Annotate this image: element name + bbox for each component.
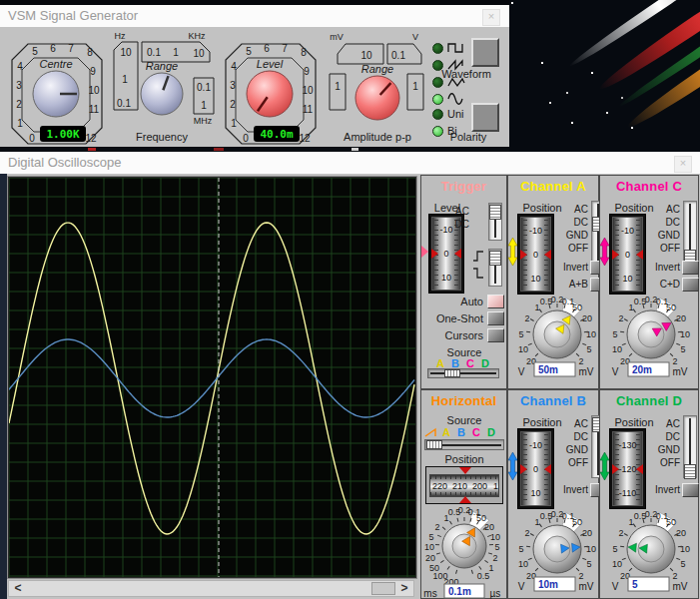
tape-scale-number: 10 bbox=[432, 273, 460, 283]
invert-label: Invert bbox=[544, 262, 588, 273]
oscilloscope-titlebar[interactable]: Digital Oscilloscope bbox=[0, 152, 700, 174]
sum-label: C+D bbox=[636, 279, 680, 290]
channel-a-trace bbox=[9, 223, 414, 534]
close-icon[interactable]: × bbox=[674, 156, 692, 173]
close-icon[interactable]: × bbox=[482, 9, 500, 26]
amplitude-range-knob[interactable] bbox=[355, 76, 399, 120]
scrollbar-thumb[interactable] bbox=[371, 582, 395, 595]
coupling-ac-label: AC bbox=[638, 204, 680, 215]
switch-handle[interactable] bbox=[489, 251, 501, 266]
scrollbar-left-arrow[interactable]: < bbox=[11, 581, 25, 596]
channel-b-gain-knob[interactable]: 0.5 0.2 0.1 1 2 5 10 20 50 20 10 5 2 10m bbox=[509, 509, 598, 597]
frequency-range-group[interactable]: Hz KHz 10 1 0.1 0.1 1 10 Range 0.1 1 MHz… bbox=[104, 30, 220, 146]
channel-c-value: 20m bbox=[632, 364, 652, 375]
channel-c-gain-knob[interactable]: 0.5 0.2 0.1 1 2 5 10 20 50 20 10 5 2 20m bbox=[603, 295, 692, 382]
coupling-off-label: OFF bbox=[546, 243, 588, 254]
channel-c-coupling-switch[interactable] bbox=[683, 201, 697, 264]
centre-value: 1.00K bbox=[46, 128, 79, 141]
rising-edge-icon bbox=[472, 250, 485, 263]
square-wave-icon bbox=[447, 41, 467, 54]
svg-text:0.1: 0.1 bbox=[117, 98, 131, 109]
svg-text:10: 10 bbox=[612, 559, 622, 569]
scrollbar-right-arrow[interactable]: > bbox=[397, 581, 411, 596]
svg-text:4: 4 bbox=[17, 61, 23, 72]
switch-handle[interactable] bbox=[684, 464, 696, 479]
centre-dial[interactable]: Centre 0 1 2 3 4 5 6 7 8 9 10 11 12 1.00… bbox=[8, 30, 104, 146]
channel-a-position-arrow[interactable] bbox=[508, 238, 517, 266]
tape-value: 210 bbox=[452, 481, 467, 491]
svg-text:0.1: 0.1 bbox=[147, 47, 161, 58]
invert-label: Invert bbox=[544, 484, 588, 495]
channel-c-invert-button[interactable] bbox=[682, 261, 699, 275]
svg-text:20: 20 bbox=[582, 528, 592, 538]
timebase-value: 0.1m bbox=[448, 586, 471, 597]
amplitude-caption: Amplitude p-p bbox=[344, 131, 411, 143]
source-letter-b: B bbox=[455, 426, 467, 438]
channel-d-coupling-switch[interactable] bbox=[683, 415, 697, 478]
svg-text:10: 10 bbox=[120, 47, 132, 58]
volts-unit: V bbox=[518, 581, 525, 592]
slider-thumb[interactable] bbox=[444, 369, 460, 377]
waveform-button[interactable] bbox=[471, 38, 499, 67]
trigger-coupling-switch[interactable] bbox=[488, 203, 502, 241]
slider-thumb[interactable] bbox=[426, 440, 442, 449]
svg-text:0: 0 bbox=[243, 133, 249, 144]
tape-value: 19 bbox=[493, 481, 499, 491]
svg-text:5: 5 bbox=[612, 329, 617, 339]
channel-a-gain-knob[interactable]: 0.5 0.2 0.1 1 2 5 10 20 50 20 10 5 2 50m bbox=[509, 295, 598, 382]
channel-c-position-arrow[interactable] bbox=[600, 238, 609, 266]
channel-c-sum-button[interactable] bbox=[682, 278, 699, 292]
svg-text:50: 50 bbox=[666, 517, 676, 527]
svg-text:9: 9 bbox=[90, 66, 96, 77]
svg-text:5: 5 bbox=[246, 46, 252, 57]
amp-mv-top-value: 10 bbox=[360, 50, 372, 61]
tape-marker-left bbox=[431, 249, 438, 259]
level-knob[interactable] bbox=[247, 71, 293, 117]
timebase-knob[interactable]: 0.5 0.2 0.1 1 2 5 10 20 50 100 200 50 20… bbox=[421, 504, 507, 599]
channel-d-invert-button[interactable] bbox=[682, 483, 699, 497]
svg-text:10: 10 bbox=[424, 542, 434, 552]
sum-label: A+B bbox=[544, 279, 588, 290]
trigger-level-arrow[interactable] bbox=[421, 246, 428, 258]
source-letter-a: A bbox=[440, 426, 452, 438]
waveform-led-square bbox=[432, 43, 443, 54]
volts-unit: V bbox=[612, 366, 619, 377]
one-shot-button[interactable] bbox=[487, 311, 504, 325]
trigger-dc-label: DC bbox=[451, 219, 469, 230]
svg-text:20: 20 bbox=[676, 313, 686, 323]
centre-label: Centre bbox=[39, 58, 72, 70]
uni-label: Uni bbox=[447, 108, 464, 120]
amp-mv-side-value: 1 bbox=[335, 81, 341, 92]
tape-marker-right bbox=[454, 249, 461, 259]
source-letter-c: C bbox=[470, 426, 482, 438]
auto-button[interactable] bbox=[487, 295, 504, 308]
trigger-edge-switch[interactable] bbox=[488, 249, 502, 287]
frequency-range-knob[interactable] bbox=[141, 73, 183, 115]
horizontal-panel: Horizontal Source A B C D Position 220 2… bbox=[420, 389, 507, 599]
switch-handle[interactable] bbox=[489, 205, 501, 220]
svg-text:8: 8 bbox=[87, 47, 93, 58]
horizontal-position-tape[interactable]: 220 210 200 19 bbox=[425, 466, 503, 504]
svg-text:11: 11 bbox=[303, 104, 314, 115]
horizontal-source-slider[interactable] bbox=[424, 439, 504, 450]
trigger-source-slider[interactable] bbox=[427, 368, 499, 378]
cursors-button[interactable] bbox=[487, 328, 504, 342]
amplitude-range-group[interactable]: mV V 10 0.1 1 1 Range Amplitude p-p bbox=[326, 30, 427, 146]
svg-text:5: 5 bbox=[586, 344, 591, 354]
desktop-noise bbox=[351, 148, 358, 151]
svg-text:5: 5 bbox=[428, 532, 433, 542]
svg-text:20: 20 bbox=[582, 313, 592, 323]
channel-d-position-arrow[interactable] bbox=[600, 452, 609, 480]
polarity-button[interactable] bbox=[471, 103, 499, 132]
channel-d-gain-knob[interactable]: 0.5 0.2 0.1 1 2 5 10 20 50 20 10 5 2 5 V bbox=[603, 509, 692, 597]
waveform-button-label: Waveform bbox=[429, 68, 503, 80]
display-scrollbar[interactable]: < > bbox=[8, 580, 414, 597]
sine-wave-icon bbox=[447, 92, 467, 105]
signal-generator-titlebar[interactable]: VSM Signal Generator bbox=[0, 5, 509, 27]
level-dial[interactable]: Level 0 1 2 3 4 5 6 7 8 9 10 11 12 40.0m bbox=[222, 30, 318, 146]
svg-text:50: 50 bbox=[666, 302, 676, 312]
channel-d-panel: Channel D Position -130 -120 -110 AC DC … bbox=[599, 389, 699, 599]
channel-b-position-arrow[interactable] bbox=[508, 452, 517, 480]
auto-label: Auto bbox=[439, 296, 483, 307]
svg-text:2: 2 bbox=[578, 356, 583, 366]
